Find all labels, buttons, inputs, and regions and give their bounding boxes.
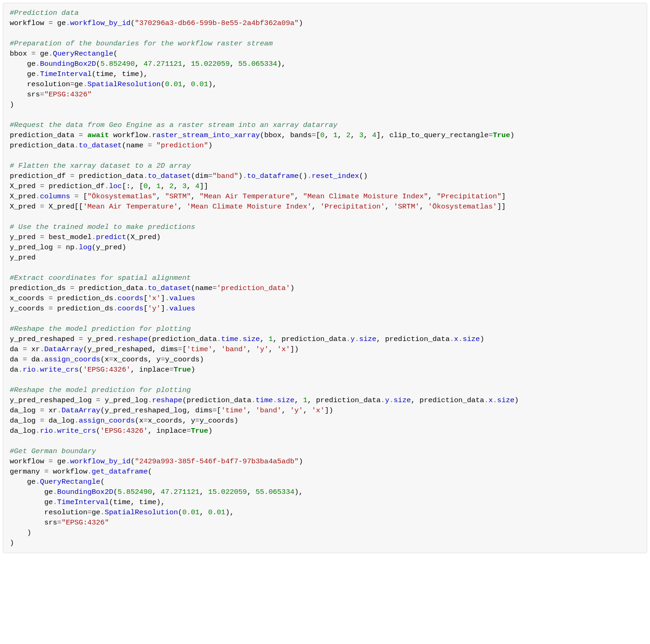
comment: #Reshape the model prediction for plotti… [10,386,191,394]
comment: #Request the data from Geo Engine as a r… [10,121,338,129]
comment: # Use the trained model to make predicti… [10,223,195,231]
comment: #Prediction data [10,9,79,17]
comment: #Reshape the model prediction for plotti… [10,325,191,333]
comment: #Get German boundary [10,447,96,455]
comment: #Extract coordinates for spatial alignme… [10,274,191,282]
code-block: #Prediction data workflow = ge.workflow_… [3,3,647,553]
comment: #Preparation of the boundaries for the w… [10,39,273,48]
comment: # Flatten the xarray dataset to a 2D arr… [10,162,191,170]
